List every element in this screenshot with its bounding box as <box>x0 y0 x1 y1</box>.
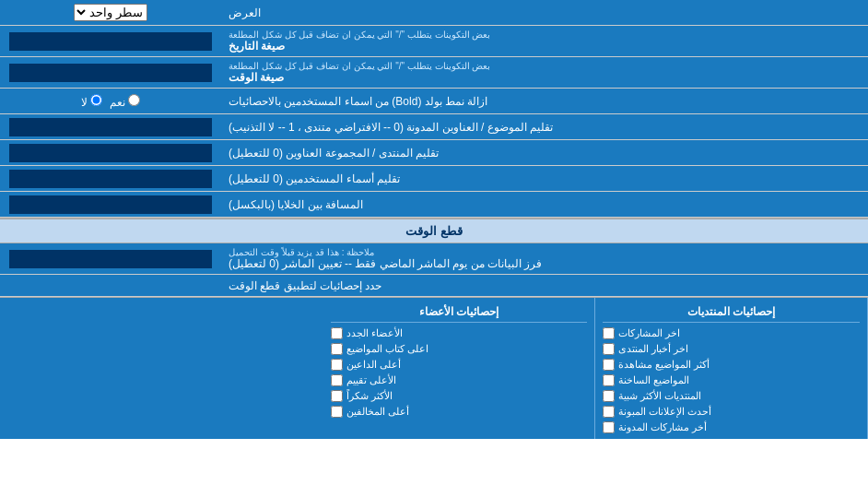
checkboxes-grid: إحصائيات المنتديات اخر المشاركات اخر أخب… <box>0 298 868 439</box>
cb-most-thanked[interactable] <box>331 390 343 402</box>
col2-header: إحصائيات الأعضاء <box>331 302 588 323</box>
time-format-field[interactable]: H:i <box>9 64 212 82</box>
user-names-field[interactable]: 0 <box>9 170 212 188</box>
time-format-input: H:i <box>0 57 221 88</box>
checkbox-item: أعلى الداعين <box>331 357 588 373</box>
checkbox-item: الأكثر شكراً <box>331 388 588 404</box>
stats-limit-label: حدد إحصائيات لتطبيق قطع الوقت <box>221 275 868 296</box>
user-names-row: تقليم أسماء المستخدمين (0 للتعطيل) 0 <box>0 166 868 192</box>
col-right-empty <box>0 298 323 439</box>
topic-order-row: تقليم الموضوع / العناوين المدونة (0 -- ا… <box>0 114 868 140</box>
col1-header: إحصائيات المنتديات <box>603 302 860 323</box>
cb-top-inviters[interactable] <box>331 359 343 371</box>
checkbox-item: المنتديات الأكثر شبية <box>603 388 860 404</box>
bold-yes-label: نعم <box>110 94 140 109</box>
forum-order-field[interactable]: 33 <box>9 144 212 162</box>
forum-order-label: تقليم المنتدى / المجموعة العناوين (0 للت… <box>221 140 868 165</box>
cb-hot-topics[interactable] <box>603 374 615 386</box>
checkbox-item: اخر المشاركات <box>603 325 860 341</box>
checkbox-item: اعلى كتاب المواضيع <box>331 341 588 357</box>
main-container: العرض سطر واحد سطرين بعض التكوينات يتطلب… <box>0 0 868 439</box>
bold-no-radio[interactable] <box>90 94 102 106</box>
cell-spacing-input: 2 <box>0 192 221 217</box>
checkbox-item: أعلى المخالفين <box>331 404 588 420</box>
line-display-select[interactable]: سطر واحد سطرين <box>74 4 147 21</box>
cut-time-input: 0 <box>0 243 221 274</box>
cb-last-posts[interactable] <box>603 327 615 339</box>
display-row: العرض سطر واحد سطرين <box>0 0 868 26</box>
time-format-label: بعض التكوينات يتطلب "/" التي يمكن ان تضا… <box>221 57 868 88</box>
display-input: سطر واحد سطرين <box>0 0 221 25</box>
col-forum-stats: إحصائيات المنتديات اخر المشاركات اخر أخب… <box>595 298 868 439</box>
user-names-label: تقليم أسماء المستخدمين (0 للتعطيل) <box>221 166 868 191</box>
cut-time-header: قطع الوقت <box>0 218 868 243</box>
checkbox-item: الأعلى تقييم <box>331 373 588 388</box>
cb-last-news[interactable] <box>603 343 615 355</box>
cb-top-rated[interactable] <box>331 374 343 386</box>
topic-order-input: 33 <box>0 114 221 139</box>
cut-time-row: ملاحظة : هذا قد يزيد قبلاً وقت التحميل ف… <box>0 243 868 275</box>
topic-order-label: تقليم الموضوع / العناوين المدونة (0 -- ا… <box>221 114 868 139</box>
checkboxes-section: إحصائيات المنتديات اخر المشاركات اخر أخب… <box>0 297 868 439</box>
display-label: العرض <box>221 0 868 25</box>
date-format-input: d-m <box>0 26 221 56</box>
checkbox-item: أخر مشاركات المدونة <box>603 420 860 435</box>
checkbox-item: اخر أخبار المنتدى <box>603 341 860 357</box>
cb-latest-ads[interactable] <box>603 406 615 418</box>
user-names-input: 0 <box>0 166 221 191</box>
cb-popular-forums[interactable] <box>603 390 615 402</box>
cb-last-blog[interactable] <box>603 421 615 433</box>
cell-spacing-row: المسافة بين الخلايا (بالبكسل) 2 <box>0 192 868 218</box>
cut-time-label: ملاحظة : هذا قد يزيد قبلاً وقت التحميل ف… <box>221 243 868 274</box>
bold-remove-label: ازالة نمط بولد (Bold) من اسماء المستخدمي… <box>221 89 868 113</box>
topic-order-field[interactable]: 33 <box>9 118 212 136</box>
col-member-stats: إحصائيات الأعضاء الأعضاء الجدد اعلى كتاب… <box>323 298 596 439</box>
cb-most-viewed[interactable] <box>603 359 615 371</box>
checkbox-item: المواضيع الساخنة <box>603 373 860 388</box>
checkbox-item: أحدث الإعلانات المبونة <box>603 404 860 420</box>
time-format-row: بعض التكوينات يتطلب "/" التي يمكن ان تضا… <box>0 57 868 89</box>
date-format-row: بعض التكوينات يتطلب "/" التي يمكن ان تضا… <box>0 26 868 57</box>
bold-yes-radio[interactable] <box>128 94 140 106</box>
cut-time-field[interactable]: 0 <box>9 250 212 268</box>
cell-spacing-label: المسافة بين الخلايا (بالبكسل) <box>221 192 868 217</box>
date-format-label: بعض التكوينات يتطلب "/" التي يمكن ان تضا… <box>221 26 868 56</box>
cb-top-violators[interactable] <box>331 406 343 418</box>
bold-no-label: لا <box>81 94 102 109</box>
cb-new-members[interactable] <box>331 327 343 339</box>
forum-order-input: 33 <box>0 140 221 165</box>
stats-limit-row: حدد إحصائيات لتطبيق قطع الوقت <box>0 275 868 297</box>
forum-order-row: تقليم المنتدى / المجموعة العناوين (0 للت… <box>0 140 868 166</box>
bold-remove-row: ازالة نمط بولد (Bold) من اسماء المستخدمي… <box>0 89 868 114</box>
date-format-field[interactable]: d-m <box>9 32 212 51</box>
bold-remove-options: نعم لا <box>0 89 221 113</box>
checkbox-item: الأعضاء الجدد <box>331 325 588 341</box>
cb-top-posters[interactable] <box>331 343 343 355</box>
checkbox-item: أكثر المواضيع مشاهدة <box>603 357 860 373</box>
cell-spacing-field[interactable]: 2 <box>9 195 212 214</box>
